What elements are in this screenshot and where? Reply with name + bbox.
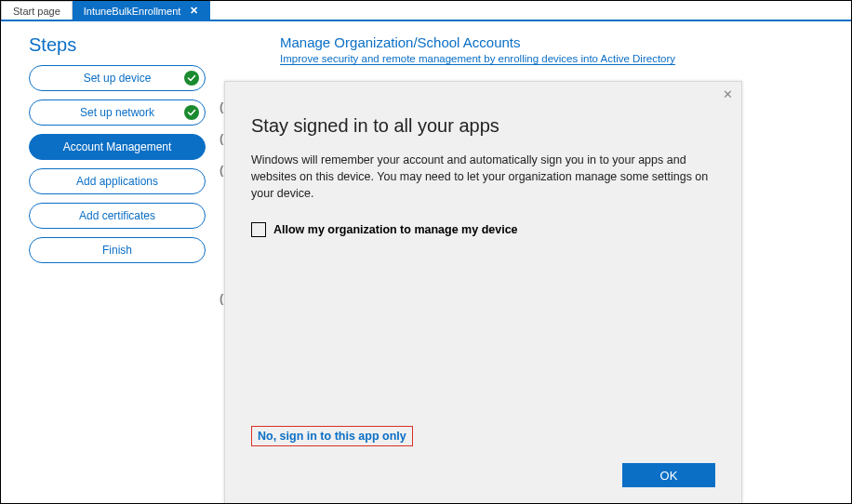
- steps-heading: Steps: [29, 34, 224, 56]
- sign-in-this-app-only-link[interactable]: No, sign in to this app only: [251, 426, 413, 446]
- close-icon[interactable]: ✕: [190, 5, 198, 17]
- step-account-management[interactable]: Account Management: [29, 134, 206, 160]
- content-area: Steps Set up device Set up network Accou…: [1, 21, 851, 503]
- dialog-footer: OK: [251, 463, 715, 487]
- checkbox-icon: [251, 222, 266, 237]
- step-label: Finish: [102, 244, 132, 257]
- step-set-up-device[interactable]: Set up device: [29, 65, 206, 91]
- spacer: [251, 237, 715, 426]
- dialog-title: Stay signed in to all your apps: [251, 115, 715, 137]
- main-panel: Manage Organization/School Accounts Impr…: [224, 34, 832, 503]
- step-add-applications[interactable]: Add applications: [29, 168, 206, 194]
- step-label: Add certificates: [79, 209, 155, 222]
- tab-bar: Start page IntuneBulkEnrollment ✕: [1, 1, 851, 21]
- allow-manage-device-checkbox[interactable]: Allow my organization to manage my devic…: [251, 222, 715, 237]
- step-finish[interactable]: Finish: [29, 237, 206, 263]
- check-icon: [184, 105, 199, 120]
- tab-label: Start page: [13, 6, 60, 17]
- background-radio-glyph: (: [220, 291, 223, 305]
- step-label: Set up network: [80, 106, 154, 119]
- checkbox-label: Allow my organization to manage my devic…: [273, 223, 518, 236]
- step-add-certificates[interactable]: Add certificates: [29, 203, 206, 229]
- steps-panel: Steps Set up device Set up network Accou…: [29, 34, 224, 503]
- background-radio-glyph: (: [220, 99, 223, 113]
- step-label: Add applications: [76, 175, 158, 188]
- step-set-up-network[interactable]: Set up network: [29, 99, 206, 126]
- tab-start-page[interactable]: Start page: [1, 1, 73, 20]
- tab-label: IntuneBulkEnrollment: [84, 6, 181, 17]
- ok-button[interactable]: OK: [622, 463, 715, 487]
- background-radio-glyph: (: [220, 131, 223, 145]
- close-icon[interactable]: ✕: [723, 88, 733, 100]
- check-icon: [184, 71, 199, 86]
- tab-intune-bulk-enrollment[interactable]: IntuneBulkEnrollment ✕: [73, 1, 211, 20]
- section-subtitle: Improve security and remote management b…: [280, 53, 832, 64]
- dialog-body-text: Windows will remember your account and a…: [251, 152, 715, 202]
- section-title: Manage Organization/School Accounts: [280, 34, 832, 50]
- stay-signed-in-dialog: ✕ Stay signed in to all your apps Window…: [224, 81, 742, 504]
- step-label: Set up device: [84, 72, 152, 85]
- background-radio-glyph: (: [220, 163, 223, 177]
- step-label: Account Management: [63, 140, 172, 153]
